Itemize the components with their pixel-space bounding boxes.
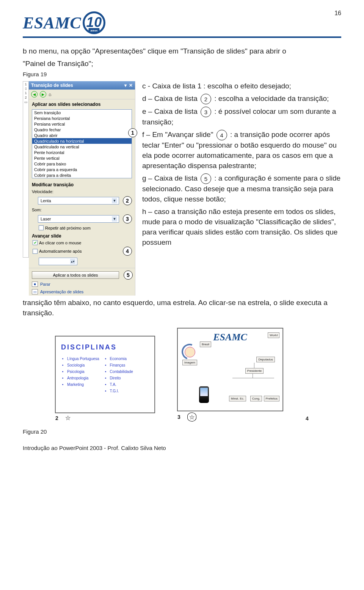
pane-title: Transição de slides bbox=[31, 83, 73, 88]
list-item[interactable]: Sem transição bbox=[32, 110, 132, 115]
brand-text: ESAMC bbox=[23, 13, 81, 33]
sound-label: Som: bbox=[32, 208, 42, 212]
slideshow-button[interactable]: ▭Apresentação de slides bbox=[29, 288, 135, 296]
phone-icon bbox=[199, 386, 209, 403]
slide-sorter-row: DISCIPLINAS Língua PortuguesaSociologiaP… bbox=[23, 328, 341, 422]
nav-forward-icon[interactable]: ► bbox=[40, 91, 46, 98]
advance-time-spinner[interactable]: ▴▾ bbox=[39, 258, 77, 265]
projector-icon: ▭ bbox=[32, 289, 38, 294]
brand-logo: ESAMC 10 anos bbox=[23, 11, 105, 34]
pane-header: Transição de slides ▾✕ bbox=[29, 81, 135, 90]
lead-paragraph: b no menu, na opção "Apresentações" cliq… bbox=[23, 46, 341, 69]
advance-auto-checkbox[interactable]: Automaticamente após 4 bbox=[29, 246, 135, 256]
slide-thumb-2: DISCIPLINAS Língua PortuguesaSociologiaP… bbox=[55, 336, 155, 422]
slide-thumb-3: ESAMC World Brasil Imagem Deputados Pres… bbox=[177, 328, 283, 422]
slide-thumb-strip: 1▯12▭ bbox=[23, 81, 29, 258]
transition-star-icon: ☆ bbox=[65, 414, 71, 422]
transition-star-highlight: ☆ bbox=[187, 412, 196, 422]
slide-index: 2 bbox=[55, 415, 58, 421]
speed-label: Velocidade: bbox=[32, 189, 53, 194]
chevron-down-icon: ▼ bbox=[112, 198, 117, 203]
header-rule bbox=[23, 36, 341, 38]
pane-nav: ◄ ► ⌂ bbox=[29, 90, 135, 99]
inline-callout-3: 3 bbox=[201, 107, 211, 117]
list-item[interactable]: Pente horizontal bbox=[32, 149, 132, 155]
list-item[interactable]: Quadriculado na vertical bbox=[32, 144, 132, 149]
sound-dropdown[interactable]: Laser ▼ bbox=[38, 215, 119, 223]
effects-listbox[interactable]: Sem transição Persiana horizontal Persia… bbox=[32, 109, 132, 178]
slide-thumb-4: 4 bbox=[306, 414, 309, 422]
figure-20-caption: Figura 20 bbox=[23, 428, 341, 435]
callout-5: 5 bbox=[124, 271, 133, 280]
slide-index: 4 bbox=[306, 415, 309, 422]
speed-dropdown[interactable]: Lenta ▼ bbox=[38, 197, 119, 205]
section-apply-selected: Aplicar aos slides selecionados bbox=[29, 99, 135, 108]
slide-index: 3 bbox=[177, 414, 180, 420]
inline-callout-4: 4 bbox=[217, 130, 227, 140]
list-item[interactable]: Persiana vertical bbox=[32, 121, 132, 127]
footer-text: Introdução ao PowerPoint 2003 - Prof. Ca… bbox=[23, 445, 341, 451]
list-item[interactable]: Cobrir para baixo bbox=[32, 161, 132, 167]
slide-b-logo: ESAMC bbox=[181, 332, 279, 343]
body-text: c - Caixa de lista 1 : escolha o efeito … bbox=[142, 81, 341, 250]
continuation-text: transição têm abaixo, no canto esquerdo,… bbox=[23, 298, 341, 318]
sound-value: Laser bbox=[41, 217, 51, 221]
callout-1: 1 bbox=[128, 128, 137, 137]
section-modify: Modificar transição bbox=[29, 180, 135, 188]
nav-back-icon[interactable]: ◄ bbox=[31, 91, 38, 98]
transition-task-pane: Transição de slides ▾✕ ◄ ► ⌂ Aplicar aos… bbox=[29, 81, 135, 296]
repeat-sound-checkbox[interactable]: Repetir até próximo som bbox=[29, 225, 135, 231]
list-item[interactable]: Cobrir para a esquerda bbox=[32, 167, 132, 172]
chevron-down-icon: ▼ bbox=[112, 216, 117, 222]
pane-close-icon[interactable]: ✕ bbox=[129, 83, 133, 88]
list-item[interactable]: Quadro abrir bbox=[32, 132, 132, 138]
inline-callout-2: 2 bbox=[201, 94, 211, 104]
speed-value: Lenta bbox=[41, 198, 51, 203]
play-stop-button[interactable]: ■Parar bbox=[29, 280, 135, 288]
list-item[interactable]: Quadro fechar bbox=[32, 127, 132, 132]
stop-icon: ■ bbox=[32, 282, 38, 287]
advance-on-click-checkbox[interactable]: ✔Ao clicar com o mouse bbox=[29, 239, 135, 246]
section-advance: Avançar slide bbox=[29, 231, 135, 239]
slide-a-title: DISCIPLINAS bbox=[61, 343, 149, 351]
list-item[interactable]: Persiana horizontal bbox=[32, 115, 132, 121]
callout-2: 2 bbox=[123, 196, 132, 205]
brand-badge: 10 anos bbox=[83, 11, 105, 34]
nav-home-icon[interactable]: ⌂ bbox=[49, 92, 51, 97]
page-number: 16 bbox=[334, 10, 341, 17]
figure-19-caption: Figura 19 bbox=[23, 71, 341, 77]
list-item-selected[interactable]: Quadriculado na horizontal bbox=[32, 138, 132, 144]
list-item[interactable]: Cobrir para a direita bbox=[32, 172, 132, 178]
list-item[interactable]: Pente vertical bbox=[32, 155, 132, 161]
slide-a-list-left: Língua PortuguesaSociologiaPsicologiaAnt… bbox=[61, 357, 99, 395]
apply-all-button[interactable]: Aplicar a todos os slides bbox=[32, 271, 119, 279]
spinner-icon: ▴▾ bbox=[70, 259, 75, 264]
pane-menu-icon[interactable]: ▾ bbox=[124, 83, 127, 88]
slide-a-list-right: EconomiaFinançasContabilidadeDireitoT.A.… bbox=[104, 357, 133, 395]
callout-4: 4 bbox=[123, 247, 132, 256]
inline-callout-5: 5 bbox=[201, 173, 211, 184]
callout-3: 3 bbox=[123, 214, 132, 223]
